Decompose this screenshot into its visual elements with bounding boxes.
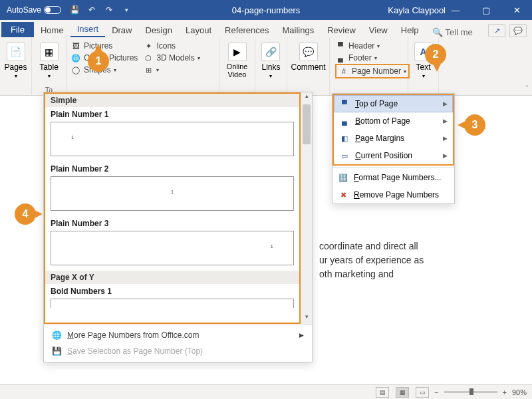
tell-me-search[interactable]: 🔍 Tell me — [432, 27, 473, 37]
tab-help[interactable]: Help — [394, 23, 426, 37]
gallery-item-plain-2[interactable]: 1 — [51, 176, 294, 211]
gallery-item-bold-1[interactable] — [51, 299, 294, 308]
more-page-numbers[interactable]: 🌐 More Page Numbers from Office.com ▶ — [44, 327, 312, 343]
comment-button[interactable]: 💬 Comment — [290, 40, 327, 74]
menu-item-top-of-page[interactable]: ▀ TTop of Pageop of Page ▶ — [334, 95, 453, 112]
page-top-icon: ▀ — [339, 98, 350, 109]
comment-icon: 💬 — [299, 43, 318, 61]
chevron-down-icon: ▾ — [15, 73, 17, 79]
restore-button[interactable]: ▢ — [471, 0, 501, 20]
format-icon: 🔢 — [338, 172, 348, 183]
comments-button[interactable]: 💬 — [509, 24, 527, 37]
callout-2: 2 — [425, 44, 446, 65]
pages-icon: 📄 — [7, 43, 25, 61]
menu-item-bottom-of-page[interactable]: ▄ Bottom of Page ▶ — [334, 112, 453, 130]
collapse-ribbon-icon[interactable]: ˆ — [526, 85, 528, 92]
tab-mailings[interactable]: Mailings — [276, 23, 321, 37]
redo-icon[interactable]: ↷ — [104, 5, 114, 15]
menu-item-format-page-numbers[interactable]: 🔢 Format Page Numbers... — [332, 169, 454, 186]
tab-file[interactable]: File — [1, 22, 34, 37]
header-button[interactable]: ▀Header▾ — [335, 40, 380, 52]
close-button[interactable]: ✕ — [501, 0, 532, 20]
menu-item-current-position[interactable]: ▭ Current Position ▶ — [334, 147, 453, 164]
ribbon-tabs: File Home Insert Draw Design Layout Refe… — [0, 20, 532, 37]
doc-line: coordinate and direct all — [319, 239, 424, 253]
minimize-button[interactable]: — — [440, 0, 471, 20]
status-bar: ▤ ▦ ▭ − + 90% — [0, 384, 532, 399]
page-number-icon: # — [338, 66, 349, 76]
gallery-scrollbar[interactable]: ▴ ▾ — [301, 92, 312, 324]
more-illustrations-button[interactable]: ⊞▾ — [143, 64, 200, 76]
save-icon: 💾 — [52, 346, 62, 356]
menu-item-remove-page-numbers[interactable]: ✖ Remove Page Numbers — [332, 186, 454, 203]
gallery-item-title: Plain Number 1 — [45, 107, 299, 120]
gallery-item-plain-3[interactable]: 1 — [51, 231, 294, 265]
page-margins-icon: ◧ — [339, 133, 350, 144]
toggle-off-icon — [44, 6, 61, 14]
footer-icon: ▄ — [335, 53, 346, 63]
callout-3: 3 — [464, 114, 485, 136]
table-icon: ▦ — [40, 43, 59, 61]
tab-insert[interactable]: Insert — [70, 21, 106, 37]
table-button[interactable]: ▦ Table ▾ — [38, 40, 60, 82]
page-number-button[interactable]: #Page Number▾ — [335, 64, 410, 78]
zoom-slider[interactable] — [444, 391, 497, 393]
scroll-down-icon[interactable]: ▾ — [301, 313, 312, 324]
gallery-item-title: Plain Number 3 — [45, 216, 299, 229]
online-video-label: Online Video — [225, 63, 249, 78]
zoom-out-button[interactable]: − — [434, 388, 438, 396]
tab-view[interactable]: View — [362, 23, 394, 37]
pages-button[interactable]: 📄 Pages ▾ — [3, 40, 28, 82]
3d-models-button[interactable]: ⬡3D Models▾ — [143, 52, 200, 64]
tab-layout[interactable]: Layout — [179, 23, 218, 37]
read-mode-button[interactable]: ▤ — [376, 387, 389, 398]
smartart-icon: ⊞ — [143, 65, 154, 75]
chevron-down-icon: ▾ — [48, 73, 51, 79]
tab-references[interactable]: References — [218, 23, 275, 37]
gallery-item-plain-1[interactable]: 1 — [51, 122, 294, 156]
page-number-gallery: Simple Plain Number 1 1 Plain Number 2 1… — [43, 92, 313, 362]
chevron-down-icon: ▾ — [269, 73, 272, 79]
office-icon: 🌐 — [52, 331, 62, 340]
scroll-thumb[interactable] — [303, 104, 311, 144]
footer-button[interactable]: ▄Footer▾ — [335, 52, 377, 64]
tell-me-label: Tell me — [446, 27, 473, 37]
autosave-label: AutoSave — [7, 5, 41, 15]
video-icon: ▶ — [228, 43, 247, 61]
save-icon[interactable]: 💾 — [69, 5, 80, 15]
tab-design[interactable]: Design — [139, 23, 179, 37]
doc-line: oth marketing and — [319, 267, 424, 281]
web-layout-button[interactable]: ▭ — [416, 387, 429, 398]
chevron-right-icon: ▶ — [443, 135, 448, 142]
chevron-right-icon: ▶ — [299, 332, 304, 338]
scroll-up-icon[interactable]: ▴ — [301, 92, 312, 103]
undo-icon[interactable]: ↶ — [86, 5, 97, 15]
links-button[interactable]: 🔗 Links ▾ — [260, 40, 281, 82]
print-layout-button[interactable]: ▦ — [396, 387, 409, 398]
group-tables: ▦ Table ▾ Ta — [32, 37, 66, 95]
tab-review[interactable]: Review — [321, 23, 362, 37]
document-body: coordinate and direct all ur years of ex… — [319, 239, 424, 281]
autosave-toggle[interactable]: AutoSave — [0, 5, 61, 15]
icons-button[interactable]: ✦Icons — [143, 40, 200, 52]
tab-home[interactable]: Home — [34, 23, 70, 37]
group-header-footer: ▀Header▾ ▄Footer▾ #Page Number▾ — [330, 37, 408, 95]
chevron-down-icon: ▾ — [422, 73, 425, 79]
menu-separator — [332, 167, 454, 168]
gallery-category: Simple — [45, 94, 299, 107]
zoom-in-button[interactable]: + — [503, 388, 507, 396]
document-title: 04-page-numbers — [232, 5, 301, 15]
tab-draw[interactable]: Draw — [105, 23, 138, 37]
gallery-category: Page X of Y — [45, 271, 299, 284]
zoom-level[interactable]: 90% — [512, 388, 527, 396]
title-bar: AutoSave 💾 ↶ ↷ ▾ 04-page-numbers Kayla C… — [0, 0, 532, 20]
qat-customize-icon[interactable]: ▾ — [121, 5, 132, 15]
share-button[interactable]: ↗ — [488, 24, 505, 37]
online-video-button[interactable]: ▶ Online Video — [223, 40, 251, 81]
chevron-right-icon: ▶ — [443, 118, 448, 124]
menu-item-page-margins[interactable]: ◧ Page Margins ▶ — [334, 130, 453, 147]
group-links: 🔗 Links ▾ — [255, 37, 287, 95]
ribbon: 📄 Pages ▾ ▦ Table ▾ Ta 🖼Pictures 🌐Online… — [0, 37, 532, 96]
table-label: Table — [39, 63, 59, 72]
pictures-button[interactable]: 🖼Pictures — [70, 40, 138, 52]
